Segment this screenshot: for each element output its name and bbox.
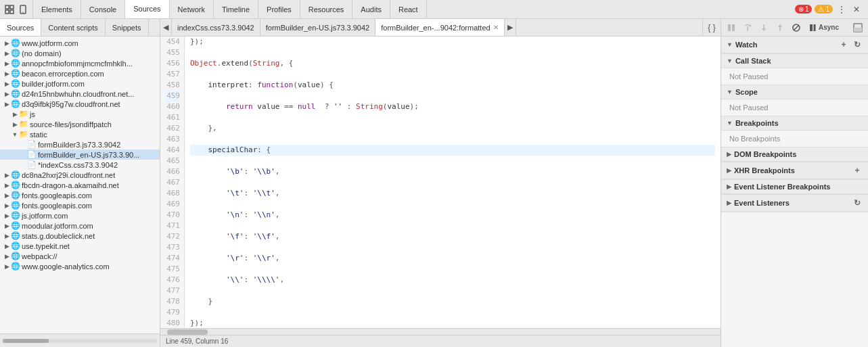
watch-refresh-button[interactable]: ↻ [852,39,863,50]
nav-tabs: Elements Console Sources Network Timelin… [33,0,427,18]
list-item[interactable]: ▶ 🌐 use.typekit.net [0,241,160,251]
scrollbar-thumb[interactable] [167,329,208,335]
editor-tab-indexcss[interactable]: indexCss.css73.3.9042 [172,19,260,36]
sources-panel: Sources Content scripts Snippets ▶ 🌐 www… [0,19,160,347]
tab-resources[interactable]: Resources [300,0,353,18]
tab-sources[interactable]: Sources [125,0,169,18]
watch-add-button[interactable]: + [838,39,849,50]
expand-arrow-icon: ▶ [11,111,19,118]
cursor-position: Line 459, Column 16 [166,338,228,345]
close-icon[interactable]: ✕ [850,3,863,16]
globe-icon: 🌐 [11,89,20,98]
tree-item-label: beacon.errorception.com [22,70,104,78]
settings-icon[interactable]: ⋮ [836,3,848,16]
watch-section-header[interactable]: ▼ Watch + ↻ [721,37,868,53]
list-item[interactable]: ▶ 📁 source-files/jsondiffpatch [0,119,160,129]
list-item[interactable]: ▶ 🌐 js.jotform.com [0,210,160,221]
code-editor[interactable]: }); Object.extend(String, { interpret: f… [185,37,721,328]
list-item[interactable]: ▶ 🌐 beacon.errorception.com [0,68,160,78]
list-item[interactable]: ▼ 📁 static [0,129,160,139]
dom-breakpoints-section-header[interactable]: ▶ DOM Breakpoints [721,147,868,162]
list-item[interactable]: ▶ 🌐 annopcfmbiofommjmcmcfmhklh... [0,58,160,68]
xhr-breakpoints-section-header[interactable]: ▶ XHR Breakpoints + [721,162,868,179]
list-item[interactable]: ▶ 🌐 fonts.googleapis.com [0,190,160,200]
pause-on-exceptions-button[interactable] [805,20,820,35]
step-out-button[interactable] [773,20,787,35]
dom-breakpoints-section-label: DOM Breakpoints [734,150,796,158]
scope-section-header[interactable]: ▼ Scope [721,85,868,99]
event-listener-breakpoints-header[interactable]: ▶ Event Listener Breakpoints [721,180,868,194]
editor-tab-formbuilder-source[interactable]: formBuilder_en-US.js73.3.9042 [260,19,375,36]
section-collapse-arrow: ▼ [727,89,733,95]
scope-empty-state: Not Paused [721,99,868,116]
list-item[interactable]: ▶ 🌐 www.google-analytics.com [0,261,160,271]
list-item[interactable]: ▶ 🌐 moodular.jotform.com [0,221,160,231]
list-item[interactable]: ▶ 🌐 dc8na2hxrj29i.cloudfront.net [0,170,160,180]
watch-section: ▼ Watch + ↻ [721,37,868,54]
top-nav: Elements Console Sources Network Timelin… [0,0,868,19]
list-item[interactable]: ▶ 🌐 d3q9ifbkj95g7w.cloudfront.net [0,99,160,109]
inspect-icon[interactable] [4,4,15,15]
editor-tab-formbuilder-formatted[interactable]: formBuilder_en-...9042:formatted ✕ [375,19,504,36]
sources-tab-sources[interactable]: Sources [0,19,41,36]
globe-icon: 🌐 [11,170,20,179]
list-item[interactable]: ▶ 🌐 (no domain) [0,48,160,58]
tab-audits[interactable]: Audits [352,0,390,18]
globe-icon: 🌐 [11,59,20,68]
list-item[interactable]: 📄 formBuilder3.js73.3.9042 [0,139,160,149]
tree-item-label: moodular.jotform.com [22,222,93,230]
step-over-button[interactable] [740,20,755,35]
expand-arrow-icon: ▶ [3,182,11,189]
breakpoints-section-header[interactable]: ▼ Breakpoints [721,116,868,131]
tab-elements[interactable]: Elements [33,0,81,18]
tab-scroll-prev-button[interactable]: ◀ [160,19,172,36]
list-item[interactable]: ▶ 📁 js [0,109,160,119]
file-icon: 📄 [27,160,37,169]
globe-icon: 🌐 [11,69,20,78]
tab-profiles[interactable]: Profiles [258,0,300,18]
expand-arrow-icon: ▶ [3,60,11,67]
sources-tab-snippets[interactable]: Snippets [106,19,149,36]
editor-format-button[interactable]: { } [706,22,718,34]
horizontal-scrollbar[interactable] [160,328,721,335]
tab-console[interactable]: Console [81,0,125,18]
xhr-breakpoints-add-button[interactable]: + [852,165,863,176]
globe-icon: 🌐 [11,191,20,200]
tree-item-label: fbcdn-dragon-a.akamaihd.net [22,181,119,189]
callstack-empty-state: Not Paused [721,68,868,85]
list-item[interactable]: ▶ 🌐 fbcdn-dragon-a.akamaihd.net [0,180,160,190]
event-listeners-refresh-button[interactable]: ↻ [852,198,863,208]
list-item[interactable]: 📄 *indexCss.css73.3.9042 [0,160,160,170]
list-item[interactable]: ▶ 🌐 d24n15hnbwhuhn.cloudfront.net... [0,89,160,99]
event-listeners-section-header[interactable]: ▶ Event Listeners ↻ [721,195,868,212]
sources-tab-content-scripts[interactable]: Content scripts [41,19,105,36]
list-item[interactable]: ▶ 🌐 builder.jotform.com [0,78,160,89]
list-item[interactable]: 📄 formBuilder_en-US.js73.3.90... [0,149,160,160]
callstack-section-header[interactable]: ▼ Call Stack [721,54,868,68]
list-item[interactable]: ▶ 🌐 fonts.googleapis.com [0,200,160,210]
section-actions: + [852,165,863,176]
main-layout: Sources Content scripts Snippets ▶ 🌐 www… [0,19,868,347]
tab-network[interactable]: Network [170,0,214,18]
globe-icon: 🌐 [11,99,20,108]
section-collapse-arrow: ▶ [727,200,731,206]
tab-react[interactable]: React [390,0,427,18]
tree-item-label: formBuilder3.js73.3.9042 [38,141,120,149]
device-icon[interactable] [18,4,28,15]
list-item[interactable]: ▶ 🌐 stats.g.doubleclick.net [0,231,160,241]
globe-icon: 🌐 [11,211,20,220]
tree-item-label: js [30,110,35,118]
nav-right-actions: ⊗ 1 ⚠ 1 ⋮ ✕ [790,3,868,16]
step-into-button[interactable] [756,20,771,35]
async-toggle-button[interactable]: Async [821,20,836,35]
list-item[interactable]: ▶ 🌐 webpack:// [0,251,160,261]
tab-scroll-next-button[interactable]: ▶ [505,19,516,36]
tab-timeline[interactable]: Timeline [214,0,258,18]
editor-status-bar: Line 459, Column 16 [160,335,721,347]
pause-resume-button[interactable] [724,20,739,35]
svg-rect-3 [10,10,14,14]
list-item[interactable]: ▶ 🌐 www.jotform.com [0,38,160,48]
editor-tab-close-button[interactable]: ✕ [493,24,499,31]
deactivate-breakpoints-button[interactable] [789,20,804,35]
drawer-toggle-button[interactable] [850,20,865,35]
